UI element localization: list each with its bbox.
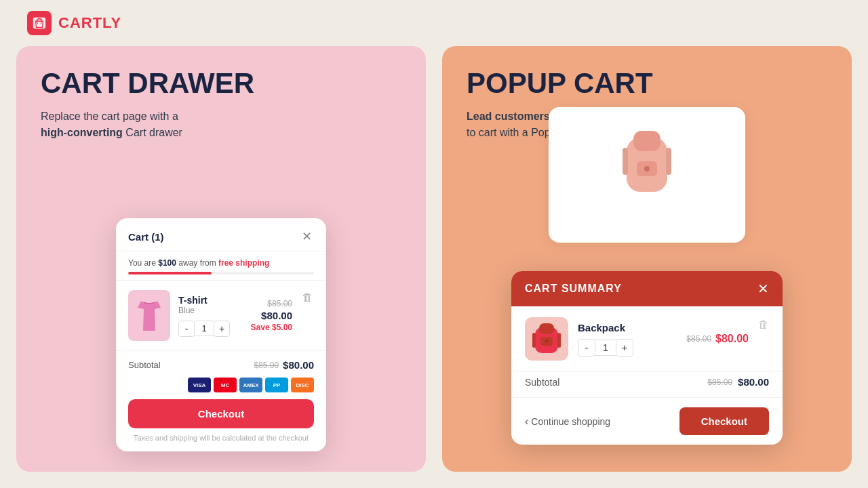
shipping-mid: away from [176, 258, 218, 268]
visa-icon: VISA [188, 378, 211, 392]
popup-subtotal-original: $85.00 [707, 378, 732, 387]
cart-drawer-header: Cart (1) ✕ [116, 218, 326, 251]
shipping-bar: You are $100 away from free shipping [116, 251, 326, 281]
progress-bar-bg [128, 272, 314, 274]
subtotal-original: $85.00 [254, 361, 279, 370]
svg-rect-8 [666, 148, 671, 175]
subtotal-row: Subtotal $85.00 $80.00 [128, 359, 314, 371]
item-price-current: $80.00 [261, 310, 292, 321]
cart-item-variant: Blue [178, 306, 243, 315]
svg-point-6 [644, 166, 650, 171]
discover-icon: DISC [291, 378, 314, 392]
shipping-amount: $100 [158, 258, 176, 268]
item-price-col: $85.00 $80.00 Save $5.00 [251, 299, 292, 332]
item-delete-button[interactable]: 🗑 [300, 290, 314, 305]
svg-point-2 [41, 22, 42, 24]
app-header: CARTLY [0, 0, 868, 46]
popup-cart-ui: CART SUMMARY ✕ [511, 271, 783, 445]
svg-rect-14 [557, 333, 561, 348]
svg-rect-13 [532, 333, 536, 348]
popup-qty-decrease[interactable]: - [578, 339, 595, 357]
cart-qty-row: - 1 + [178, 321, 243, 337]
popup-cart-modal: CART SUMMARY ✕ [511, 271, 783, 445]
bg-card [549, 107, 745, 243]
popup-item-price-original: $85.00 [686, 334, 711, 344]
qty-decrease-button[interactable]: - [178, 321, 195, 337]
popup-subtotal-current: $80.00 [738, 376, 769, 388]
tax-note: Taxes and shipping will be calculated at… [128, 434, 314, 442]
amex-icon: AMEX [239, 378, 262, 392]
popup-qty-increase[interactable]: + [616, 339, 633, 357]
continue-shopping-button[interactable]: ‹ Continue shopping [525, 415, 679, 428]
popup-item-name: Backpack [578, 322, 677, 333]
chevron-icon: ‹ [525, 415, 528, 428]
popup-subtotal: Subtotal $85.00 $80.00 [511, 371, 783, 397]
cart-footer: Subtotal $85.00 $80.00 VISA MC AMEX PP D… [116, 350, 326, 451]
main-content: CART DRAWER Replace the cart page with a… [0, 46, 868, 488]
logo-text: CARTLY [58, 14, 121, 32]
popup-qty-value: 1 [595, 340, 616, 356]
popup-cart-panel: POPUP CART Lead customers to checkout ri… [442, 46, 852, 472]
payment-icons: VISA MC AMEX PP DISC [128, 378, 314, 392]
left-panel-title: CART DRAWER [41, 68, 401, 99]
svg-rect-4 [633, 131, 660, 151]
svg-point-1 [37, 22, 38, 24]
shipping-pre: You are [128, 258, 158, 268]
svg-rect-10 [539, 323, 554, 334]
logo-icon [27, 11, 52, 35]
subtotal-current: $80.00 [283, 359, 314, 371]
popup-subtotal-label: Subtotal [525, 377, 559, 388]
shipping-free: free shipping [218, 258, 269, 268]
subtitle-plain: Replace the cart page with a [41, 110, 178, 122]
cart-title: Cart (1) [128, 231, 164, 243]
qty-increase-button[interactable]: + [214, 321, 230, 337]
subtitle-bold: high-converting [41, 127, 123, 138]
bg-backpack-svg [606, 124, 688, 226]
checkout-button-drawer[interactable]: Checkout [128, 399, 314, 428]
popup-price-col: $85.00 $80.00 [686, 333, 749, 345]
cart-item-details: T-shirt Blue - 1 + [178, 295, 243, 337]
popup-item-price-current: $80.00 [715, 333, 749, 345]
paypal-icon: PP [265, 378, 288, 392]
popup-item-details: Backpack - 1 + [578, 322, 677, 357]
left-panel-subtitle: Replace the cart page with a high-conver… [41, 108, 326, 141]
popup-header: CART SUMMARY ✕ [511, 271, 783, 306]
subtitle-end: Cart drawer [125, 127, 182, 138]
subtotal-prices: $85.00 $80.00 [254, 359, 314, 371]
continue-shopping-label: Continue shopping [531, 416, 610, 427]
popup-qty-row: - 1 + [578, 339, 677, 357]
svg-rect-7 [623, 148, 628, 175]
right-panel-title: POPUP CART [467, 68, 827, 99]
cart-item-name: T-shirt [178, 295, 243, 306]
cart-drawer-ui: Cart (1) ✕ You are $100 away from free s… [116, 218, 326, 451]
item-price-original: $85.00 [267, 299, 292, 308]
popup-delete-button[interactable]: 🗑 [758, 319, 769, 331]
item-price-save: Save $5.00 [251, 323, 292, 332]
popup-title: CART SUMMARY [525, 283, 622, 295]
popup-footer: ‹ Continue shopping Checkout [511, 397, 783, 445]
subtotal-label: Subtotal [128, 360, 161, 370]
cart-close-button[interactable]: ✕ [299, 229, 314, 244]
cart-drawer-panel: CART DRAWER Replace the cart page with a… [16, 46, 426, 472]
popup-item-image [525, 317, 568, 361]
cart-item-image [128, 290, 170, 341]
mastercard-icon: MC [214, 378, 237, 392]
qty-value: 1 [195, 321, 214, 336]
svg-point-12 [545, 339, 549, 343]
shipping-text: You are $100 away from free shipping [128, 258, 314, 268]
popup-close-button[interactable]: ✕ [757, 281, 769, 297]
cart-item: T-shirt Blue - 1 + $85.00 $80.00 Save $5… [116, 281, 326, 350]
popup-item: Backpack - 1 + $85.00 $80.00 🗑 [511, 306, 783, 371]
progress-bar-fill [128, 272, 212, 274]
checkout-button-popup[interactable]: Checkout [679, 407, 769, 435]
